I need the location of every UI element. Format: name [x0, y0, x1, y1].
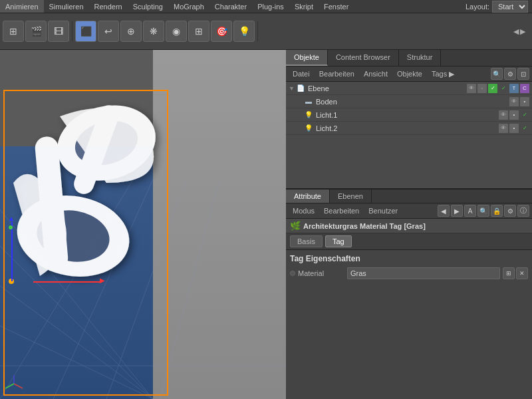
layout-label: Layout:	[466, 3, 489, 11]
obj-toolbar-tags[interactable]: Tags ▶	[428, 68, 458, 80]
tag-dot-1: •	[477, 84, 487, 93]
menu-animieren[interactable]: Animieren	[0, 0, 44, 13]
obj-row-licht2[interactable]: 💡 Licht.2 👁 • ✓	[286, 122, 532, 135]
tag-c-1: C	[520, 84, 529, 93]
entity-icon: 🌿	[290, 221, 301, 231]
menu-rendern[interactable]: Rendern	[89, 0, 128, 13]
attr-icon-a[interactable]: A	[464, 205, 476, 217]
attr-tab-ebenen[interactable]: Ebenen	[330, 190, 372, 203]
tab-struktur[interactable]: Struktur	[399, 50, 442, 66]
attr-icon-lock[interactable]: 🔒	[491, 205, 503, 217]
toolbar-btn-7[interactable]: ◉	[166, 21, 187, 42]
menu-mograph[interactable]: MoGraph	[168, 0, 209, 13]
toolbar-btn-1[interactable]: ⊞	[3, 21, 24, 42]
obj-toolbar-ansicht[interactable]: Ansicht	[360, 68, 392, 79]
menu-plugins[interactable]: Plug-ins	[252, 0, 289, 13]
obj-toolbar-bearbeiten[interactable]: Bearbeiten	[315, 68, 358, 79]
attr-nav-right[interactable]: ▶	[451, 205, 463, 217]
toolbar-btn-2[interactable]: 🎬	[25, 21, 47, 42]
prop-material-browse[interactable]: ⊞	[503, 267, 515, 279]
attr-benutzer[interactable]: Benutzer	[364, 205, 402, 216]
obj-licht1-tags: 👁 • ✓	[499, 110, 529, 120]
obj-icon-1[interactable]: 🔍	[491, 68, 503, 80]
obj-row-ebene[interactable]: ▼ 📄 Ebene 👁 • ✓ ✓ T C	[286, 82, 532, 95]
tag-tex-1: T	[509, 84, 519, 93]
prop-row-material: Material ⊞ ✕	[290, 267, 528, 279]
obj-boden-tags: 👁 •	[509, 97, 529, 106]
menu-sculpting[interactable]: Sculpting	[128, 0, 168, 13]
tag-properties: Tag Eigenschaften Material ⊞ ✕	[286, 250, 532, 399]
attribute-panel: Attribute Ebenen Modus Bearbeiten Benutz…	[286, 188, 532, 399]
mini-axis-indicator	[4, 374, 24, 395]
obj-icon-3[interactable]: ⊡	[517, 68, 529, 80]
obj-row-licht1[interactable]: 💡 Licht.1 👁 • ✓	[286, 108, 532, 122]
axis-green-dot	[9, 225, 13, 229]
obj-licht2-name: Licht.2	[316, 124, 499, 132]
attr-icon-search[interactable]: 🔍	[477, 205, 489, 217]
prop-material-value[interactable]	[347, 267, 500, 279]
tab-objekte[interactable]: Objekte	[286, 50, 328, 66]
tag-check-4: ✓	[520, 124, 529, 133]
tab-content-browser[interactable]: Content Browser	[328, 50, 399, 66]
axis-y-arrow	[11, 221, 13, 281]
attr-tab-attribute[interactable]: Attribute	[286, 190, 330, 203]
layout-selector: Layout: Start	[466, 1, 532, 13]
entity-bar: 🌿 Architekturgras Material Tag [Gras]	[286, 219, 532, 233]
obj-ebene-icon: 📄	[295, 83, 306, 94]
toolbar-arrows: ◀▶	[513, 27, 525, 36]
tag-vis-2: 👁	[509, 97, 519, 106]
toolbar-btn-6[interactable]: ❋	[143, 21, 164, 42]
prop-material-dot	[290, 271, 295, 276]
svg-line-17	[5, 384, 14, 388]
object-panel-toolbar: Datei Bearbeiten Ansicht Objekte Tags ▶ …	[286, 66, 532, 82]
toolbar-btn-9[interactable]: 🎯	[211, 21, 232, 42]
toolbar-sep-2	[257, 21, 258, 41]
tag-dot-4: •	[509, 124, 519, 133]
basis-tab-tag[interactable]: Tag	[325, 235, 352, 247]
prop-material-clear[interactable]: ✕	[516, 267, 528, 279]
obj-ebene-tags: 👁 • ✓ ✓ T C	[467, 84, 529, 93]
obj-licht1-name: Licht.1	[316, 111, 499, 119]
basis-tab-basis[interactable]: Basis	[290, 235, 323, 247]
attr-nav-left[interactable]: ◀	[438, 205, 450, 217]
toolbar-btn-5[interactable]: ⊕	[120, 21, 142, 42]
tag-check-1: ✓	[488, 84, 497, 93]
tag-vis-3: 👁	[499, 110, 508, 120]
attr-toolbar: Modus Bearbeiten Benutzer ◀ ▶ A 🔍 🔒 ⚙ ⓘ	[286, 203, 532, 219]
toolbar-sep-1	[72, 21, 72, 41]
attr-icon-info[interactable]: ⓘ	[517, 205, 529, 217]
basis-tabs: Basis Tag	[286, 233, 532, 250]
prop-material-icons: ⊞ ✕	[503, 267, 528, 279]
toolbar-btn-10[interactable]: 💡	[233, 21, 255, 42]
menu-skript[interactable]: Skript	[289, 0, 319, 13]
3d-shape-svg	[0, 50, 200, 369]
obj-icon-2[interactable]: ⚙	[504, 68, 516, 80]
attr-bearbeiten[interactable]: Bearbeiten	[320, 205, 363, 216]
tag-check-2: ✓	[499, 84, 508, 93]
tag-dot-2: •	[520, 97, 529, 106]
svg-line-15	[14, 384, 23, 388]
attr-modus[interactable]: Modus	[289, 205, 319, 216]
toolbar-btn-cube[interactable]: ⬛	[75, 21, 96, 42]
obj-toolbar-datei[interactable]: Datei	[289, 68, 314, 79]
menu-simulieren[interactable]: Simulieren	[44, 0, 89, 13]
obj-toolbar-objekte[interactable]: Objekte	[393, 68, 426, 79]
attr-icon-settings[interactable]: ⚙	[504, 205, 516, 217]
attr-tabs: Attribute Ebenen	[286, 190, 532, 203]
obj-row-boden[interactable]: ▬ Boden 👁 •	[286, 95, 532, 108]
prop-material-label: Material	[298, 269, 344, 277]
toolbar-btn-3[interactable]: 🎞	[48, 21, 69, 42]
viewport[interactable]	[0, 50, 286, 399]
tag-props-title: Tag Eigenschaften	[290, 254, 528, 263]
right-panel: Objekte Content Browser Struktur Datei B…	[286, 50, 532, 399]
toolbar-btn-bend[interactable]: ↩	[98, 21, 119, 42]
menu-fenster[interactable]: Fenster	[319, 0, 354, 13]
toolbar-btn-8[interactable]: ⊞	[188, 21, 209, 42]
menu-charakter[interactable]: Charakter	[209, 0, 252, 13]
toolbar: ⊞ 🎬 🎞 ⬛ ↩ ⊕ ❋ ◉ ⊞ 🎯 💡 ◀▶	[0, 13, 532, 50]
axis-x-arrow	[33, 281, 100, 283]
layout-dropdown[interactable]: Start	[492, 1, 528, 13]
menu-bar: Animieren Simulieren Rendern Sculpting M…	[0, 0, 532, 13]
panel-tabs: Objekte Content Browser Struktur	[286, 50, 532, 66]
obj-licht2-icon: 💡	[303, 123, 314, 134]
